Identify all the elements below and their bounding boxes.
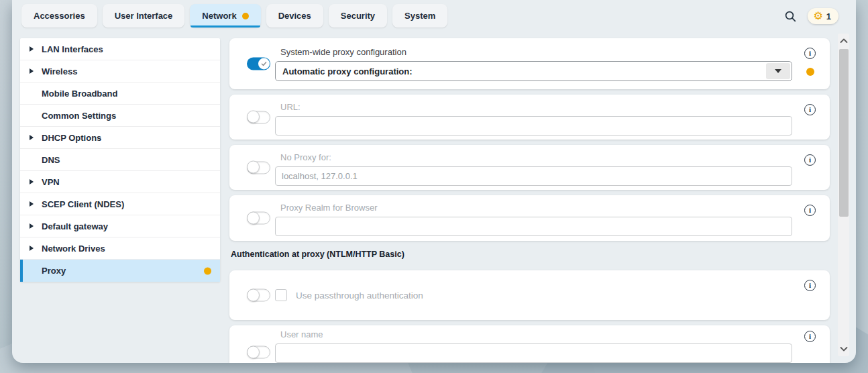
expand-arrow-icon xyxy=(30,179,42,184)
toggle-knob xyxy=(247,288,260,301)
expand-arrow-icon xyxy=(30,135,42,140)
changed-settings-count: 1 xyxy=(826,11,831,21)
change-dot-icon xyxy=(806,68,814,76)
sidebar-item-dhcp-options[interactable]: DHCP Options xyxy=(20,127,220,149)
sidebar-item-network-drives[interactable]: Network Drives xyxy=(20,237,220,260)
sidebar-item-proxy[interactable]: Proxy xyxy=(20,260,220,282)
gear-icon: ⚙ xyxy=(813,11,822,21)
search-icon[interactable] xyxy=(783,9,798,23)
info-icon[interactable]: i xyxy=(804,205,816,216)
no-proxy-for-input[interactable] xyxy=(275,166,792,186)
sidebar-item-label: DHCP Options xyxy=(42,133,101,143)
field-label: Proxy Realm for Browser xyxy=(280,203,790,213)
sidebar-item-label: Mobile Broadband xyxy=(42,89,117,99)
sidebar-item-label: SCEP Client (NDES) xyxy=(42,199,124,209)
sidebar-item-mobile-broadband[interactable]: Mobile Broadband xyxy=(20,83,220,105)
sidebar-item-common-settings[interactable]: Common Settings xyxy=(20,105,220,127)
desktop-background: { "colors": { "accent_blue": "#1793d3", … xyxy=(0,0,868,373)
chevron-down-icon xyxy=(775,69,781,73)
sidebar-item-label: Common Settings xyxy=(42,111,116,121)
setting-card-user-name: User name i xyxy=(229,325,830,363)
change-dot-icon xyxy=(204,267,211,274)
tab-user-interface[interactable]: User Interface xyxy=(103,4,185,28)
tab-devices[interactable]: Devices xyxy=(266,4,323,28)
tab-label: User Interface xyxy=(115,11,173,21)
tab-accessories[interactable]: Accessories xyxy=(21,4,97,28)
scroll-up-icon[interactable] xyxy=(838,36,849,46)
field-label: User name xyxy=(280,329,790,339)
info-icon[interactable]: i xyxy=(804,331,816,342)
info-icon[interactable]: i xyxy=(804,104,816,115)
toggle-knob xyxy=(247,345,260,358)
url-input[interactable] xyxy=(275,116,792,136)
setting-card-proxy-configuration: System-wide proxy configuration Automati… xyxy=(229,38,830,89)
tab-system[interactable]: System xyxy=(392,4,447,28)
sidebar-item-label: LAN Interfaces xyxy=(42,44,103,54)
toggle-system-wide-proxy[interactable] xyxy=(247,58,270,70)
sidebar-item-vpn[interactable]: VPN xyxy=(20,171,220,193)
setting-card-proxy-realm: Proxy Realm for Browser i xyxy=(229,195,830,241)
toggle-knob xyxy=(258,58,270,70)
info-icon[interactable]: i xyxy=(804,154,816,166)
topbar-actions: ⚙ 1 xyxy=(783,8,838,24)
change-dot-icon xyxy=(242,13,249,19)
settings-panel: System-wide proxy configuration Automati… xyxy=(229,38,830,363)
select-value: Automatic proxy configuration: xyxy=(282,66,413,76)
user-name-input[interactable] xyxy=(275,343,792,363)
checkbox-label: Use passthrough authentication xyxy=(296,290,423,301)
tab-label: Security xyxy=(341,11,375,21)
toggle-no-proxy-for[interactable] xyxy=(247,161,270,174)
expand-arrow-icon xyxy=(30,68,42,74)
info-icon[interactable]: i xyxy=(804,280,816,291)
expand-arrow-icon xyxy=(30,246,42,251)
setting-card-passthrough-auth: Use passthrough authentication i xyxy=(229,270,830,320)
proxy-realm-input[interactable] xyxy=(275,217,792,236)
toggle-user-name[interactable] xyxy=(247,346,270,359)
toggle-knob xyxy=(247,211,260,224)
tab-label: Accessories xyxy=(34,11,85,21)
expand-arrow-icon xyxy=(30,46,42,52)
tab-label: Devices xyxy=(278,11,311,21)
sidebar-item-label: Default gateway xyxy=(42,221,108,231)
sidebar-item-wireless[interactable]: Wireless xyxy=(20,60,220,83)
info-icon[interactable]: i xyxy=(804,48,816,59)
tab-bar: Accessories User Interface Network Devic… xyxy=(21,4,447,28)
field-label: System-wide proxy configuration xyxy=(280,47,790,57)
toggle-passthrough-auth[interactable] xyxy=(247,289,270,302)
tab-network[interactable]: Network xyxy=(190,4,260,28)
app-window: Accessories User Interface Network Devic… xyxy=(12,0,856,363)
sidebar-item-label: VPN xyxy=(42,177,60,187)
toggle-url[interactable] xyxy=(247,111,270,123)
passthrough-auth-checkbox[interactable] xyxy=(275,289,287,301)
sidebar-item-label: Wireless xyxy=(42,66,77,76)
expand-arrow-icon xyxy=(30,223,42,229)
toggle-proxy-realm[interactable] xyxy=(247,212,270,225)
scroll-down-icon[interactable] xyxy=(838,343,849,354)
sidebar-item-dns[interactable]: DNS xyxy=(20,149,220,171)
tab-security[interactable]: Security xyxy=(329,4,387,28)
field-label: URL: xyxy=(280,102,790,112)
tab-label: System xyxy=(404,11,435,21)
tab-label: Network xyxy=(202,11,236,21)
toggle-knob xyxy=(247,161,260,174)
proxy-mode-select[interactable]: Automatic proxy configuration: xyxy=(275,61,792,81)
sidebar-item-label: Proxy xyxy=(42,266,66,276)
sidebar-item-scep-client[interactable]: SCEP Client (NDES) xyxy=(20,193,220,215)
scrollbar-thumb[interactable] xyxy=(839,49,849,217)
sidebar-item-default-gateway[interactable]: Default gateway xyxy=(20,215,220,237)
toggle-knob xyxy=(247,111,260,123)
expand-arrow-icon xyxy=(30,201,42,207)
setting-card-no-proxy-for: No Proxy for: i xyxy=(229,145,830,190)
changed-settings-badge[interactable]: ⚙ 1 xyxy=(808,8,838,24)
select-dropdown-button[interactable] xyxy=(766,63,790,79)
sidebar-item-label: DNS xyxy=(42,155,60,165)
sidebar-item-label: Network Drives xyxy=(42,244,105,254)
setting-card-url: URL: i xyxy=(229,95,830,140)
section-header-authentication: Authentication at proxy (NTLM/HTTP Basic… xyxy=(231,250,830,259)
sidebar: LAN Interfaces Wireless Mobile Broadband… xyxy=(20,38,220,282)
vertical-scrollbar[interactable] xyxy=(838,34,849,356)
sidebar-item-lan-interfaces[interactable]: LAN Interfaces xyxy=(20,38,220,60)
field-label: No Proxy for: xyxy=(280,152,790,162)
